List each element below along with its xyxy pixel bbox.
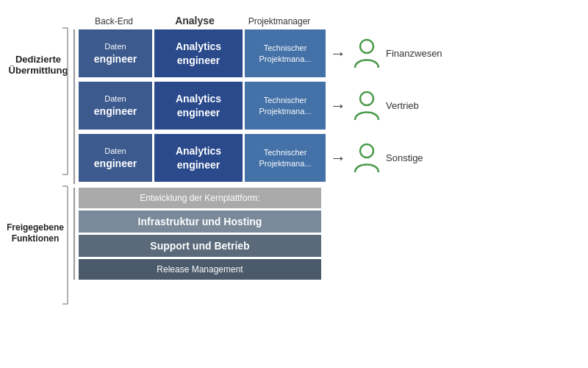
person-label-3: Sonstige <box>386 152 423 163</box>
person-icon-2 <box>352 89 381 122</box>
header-analyse: Analyse <box>151 15 239 26</box>
table-row: Daten engineer Analytics engineer Techni… <box>79 134 442 182</box>
daten-top-2: Daten <box>104 93 126 104</box>
pm-top-3: Technischer <box>264 147 307 158</box>
shared-section: Entwicklung der Kernplattform: Infrastru… <box>74 188 581 280</box>
row-cells: Daten engineer Analytics engineer Techni… <box>79 82 326 130</box>
svg-text:Übermittlung: Übermittlung <box>9 65 68 76</box>
person-icon-3 <box>352 141 381 174</box>
person-label-1: Finanzwesen <box>386 48 442 59</box>
shared-row-kernplattform: Entwicklung der Kernplattform: <box>79 188 321 208</box>
analytics-top-3: Analytics <box>176 144 221 158</box>
table-row: Daten engineer Analytics engineer Techni… <box>79 82 442 130</box>
person-icon-1 <box>352 37 381 70</box>
svg-text:Funktionen: Funktionen <box>12 233 60 244</box>
arrow-person-2: → Vertrieb <box>330 89 419 122</box>
svg-point-12 <box>360 144 373 158</box>
table-row: Daten engineer Analytics engineer Techni… <box>79 29 442 77</box>
arrow-icon-1: → <box>330 44 346 63</box>
daten-top-1: Daten <box>104 41 126 52</box>
svg-point-10 <box>360 40 373 53</box>
daten-bottom-1: engineer <box>94 52 137 66</box>
arrow-icon-3: → <box>330 149 346 168</box>
daten-bottom-3: engineer <box>94 157 137 170</box>
daten-cell-2: Daten engineer <box>79 82 152 130</box>
daten-cell-1: Daten engineer <box>79 29 152 77</box>
content-area: Back-End Analyse Projektmanager Daten en… <box>74 15 581 280</box>
left-labels: Dedizierte Übermittlung Freigegebene Fun… <box>7 15 74 339</box>
header-pm: Projektmanager <box>239 16 320 26</box>
analytics-top-2: Analytics <box>176 92 221 105</box>
svg-text:Dedizierte: Dedizierte <box>15 54 61 65</box>
analytics-cell-2: Analytics engineer <box>154 82 243 130</box>
header-backend: Back-End <box>77 16 151 26</box>
shared-row-infrastruktur: Infrastruktur und Hosting <box>79 210 321 233</box>
pm-cell-2: Technischer Projektmana... <box>245 82 326 130</box>
daten-top-3: Daten <box>104 146 126 156</box>
row-cells: Daten engineer Analytics engineer Techni… <box>79 134 326 182</box>
analytics-cell-3: Analytics engineer <box>154 134 243 182</box>
grid-section: Daten engineer Analytics engineer Techni… <box>74 29 442 184</box>
analytics-cell-1: Analytics engineer <box>154 29 243 77</box>
pm-cell-3: Technischer Projektmana... <box>245 134 326 182</box>
shared-row-support: Support und Betrieb <box>79 235 321 257</box>
pm-top-2: Technischer <box>264 95 307 105</box>
analytics-bottom-3: engineer <box>177 158 220 171</box>
daten-bottom-2: engineer <box>94 105 137 118</box>
pm-top-1: Technischer <box>264 43 307 53</box>
pm-cell-1: Technischer Projektmana... <box>245 29 326 77</box>
shared-rows: Entwicklung der Kernplattform: Infrastru… <box>74 188 321 280</box>
person-label-2: Vertrieb <box>386 100 419 111</box>
daten-cell-3: Daten engineer <box>79 134 152 182</box>
arrow-person-1: → Finanzwesen <box>330 37 442 70</box>
analytics-top-1: Analytics <box>176 40 221 53</box>
pm-bottom-2: Projektmana... <box>259 106 312 116</box>
pm-bottom-3: Projektmana... <box>259 158 312 169</box>
svg-point-11 <box>360 92 373 105</box>
column-headers: Back-End Analyse Projektmanager <box>74 15 581 26</box>
row-cells: Daten engineer Analytics engineer Techni… <box>79 29 326 77</box>
arrow-icon-2: → <box>330 96 346 116</box>
arrow-person-3: → Sonstige <box>330 141 423 174</box>
shared-row-release: Release Management <box>79 259 321 280</box>
analytics-bottom-2: engineer <box>177 106 220 119</box>
analytics-bottom-1: engineer <box>177 54 220 67</box>
main-container: Dedizierte Übermittlung Freigegebene Fun… <box>0 0 588 368</box>
pm-bottom-1: Projektmana... <box>259 54 312 64</box>
dedicated-section: Daten engineer Analytics engineer Techni… <box>74 29 581 184</box>
svg-text:Freigegebene: Freigegebene <box>7 222 64 233</box>
